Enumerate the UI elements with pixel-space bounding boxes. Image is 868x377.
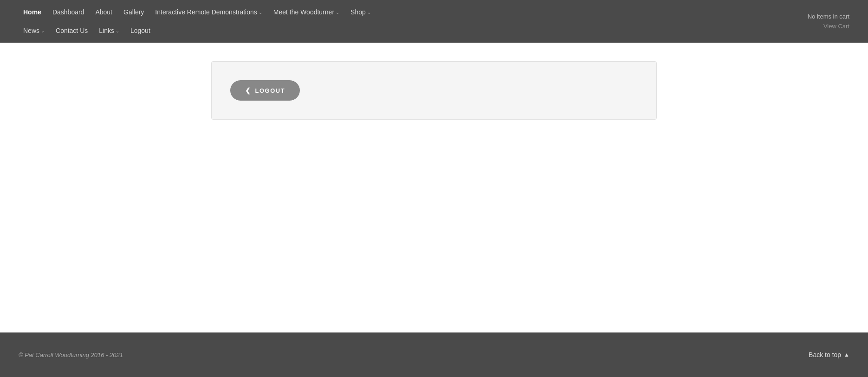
chevron-down-icon: ⌄ bbox=[116, 28, 119, 33]
chevron-down-icon: ⌄ bbox=[336, 10, 339, 15]
main-content: ❮ LOGOUT bbox=[0, 43, 868, 332]
nav-wrapper: Home Dashboard About Gallery Interactive… bbox=[19, 0, 808, 43]
logout-button[interactable]: ❮ LOGOUT bbox=[230, 80, 300, 101]
view-cart-link[interactable]: View Cart bbox=[823, 23, 849, 30]
nav-item-about[interactable]: About bbox=[91, 6, 117, 19]
nav-item-links[interactable]: Links ⌄ bbox=[94, 24, 124, 37]
cart-section: No items in cart View Cart bbox=[808, 8, 849, 35]
nav-item-contact-us[interactable]: Contact Us bbox=[51, 24, 92, 37]
site-header: Home Dashboard About Gallery Interactive… bbox=[0, 0, 868, 43]
nav-item-shop[interactable]: Shop ⌄ bbox=[346, 6, 376, 19]
nav-row-1: Home Dashboard About Gallery Interactive… bbox=[19, 0, 808, 21]
nav-item-logout[interactable]: Logout bbox=[126, 24, 155, 37]
chevron-down-icon: ⌄ bbox=[259, 10, 262, 15]
chevron-down-icon: ⌄ bbox=[41, 28, 45, 33]
content-box: ❮ LOGOUT bbox=[211, 61, 657, 120]
cart-no-items-label: No items in cart bbox=[808, 13, 849, 20]
nav-item-home[interactable]: Home bbox=[19, 6, 46, 19]
nav-top: Home Dashboard About Gallery Interactive… bbox=[19, 0, 849, 43]
nav-item-news[interactable]: News ⌄ bbox=[19, 24, 49, 37]
chevron-up-icon: ▲ bbox=[844, 351, 849, 358]
arrow-left-icon: ❮ bbox=[245, 87, 252, 94]
nav-row-2: News ⌄ Contact Us Links ⌄ Logout bbox=[19, 21, 808, 43]
nav-item-dashboard[interactable]: Dashboard bbox=[48, 6, 89, 19]
chevron-down-icon: ⌄ bbox=[367, 10, 371, 15]
site-footer: © Pat Carroll Woodturning 2016 - 2021 Ba… bbox=[0, 332, 868, 377]
back-to-top-link[interactable]: Back to top ▲ bbox=[809, 351, 849, 358]
nav-item-gallery[interactable]: Gallery bbox=[119, 6, 149, 19]
footer-copyright: © Pat Carroll Woodturning 2016 - 2021 bbox=[19, 351, 123, 358]
nav-item-meet-the-woodturner[interactable]: Meet the Woodturner ⌄ bbox=[269, 6, 344, 19]
nav-item-interactive-remote-demonstrations[interactable]: Interactive Remote Demonstrations ⌄ bbox=[150, 6, 266, 19]
